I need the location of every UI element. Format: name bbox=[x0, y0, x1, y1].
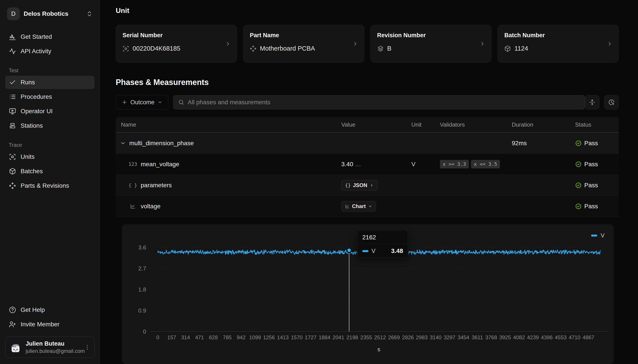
sidebar-item-parts-revisions[interactable]: Parts & Revisions bbox=[5, 179, 95, 192]
col-header-status: Status bbox=[575, 121, 619, 128]
sidebar-item-procedures[interactable]: Procedures bbox=[5, 90, 95, 103]
sidebar-item-invite-member[interactable]: Invite Member bbox=[5, 318, 95, 331]
svg-text:2.7: 2.7 bbox=[138, 266, 146, 272]
sidebar-section-test: Test bbox=[5, 68, 95, 74]
sidebar-item-label: Parts & Revisions bbox=[21, 182, 69, 189]
search-icon bbox=[178, 99, 184, 105]
tooltip-x-value: 2162 bbox=[357, 230, 408, 244]
svg-text:785: 785 bbox=[223, 334, 232, 340]
svg-text:314: 314 bbox=[181, 334, 190, 340]
svg-text:3611: 3611 bbox=[472, 334, 483, 340]
sidebar-item-stations[interactable]: Stations bbox=[5, 119, 95, 132]
status-label: Pass bbox=[584, 161, 598, 168]
chart-tooltip: 2162 V 3.48 bbox=[357, 230, 408, 258]
org-avatar: D bbox=[7, 8, 20, 20]
table-row-parameters[interactable]: { } parameters {} JSON bbox=[116, 175, 619, 196]
collapse-all-button[interactable] bbox=[585, 95, 599, 110]
part-name-card[interactable]: Part Name Motherboard PCBA bbox=[243, 25, 364, 63]
phases-section-title: Phases & Measurements bbox=[116, 78, 619, 87]
part-name-value: Motherboard PCBA bbox=[260, 45, 315, 52]
svg-text:0: 0 bbox=[156, 334, 159, 340]
sidebar-item-get-started[interactable]: Get Started bbox=[5, 30, 95, 43]
braces-icon: {} bbox=[345, 182, 351, 188]
card-label: Part Name bbox=[250, 32, 357, 39]
check-icon bbox=[9, 79, 16, 86]
page-title: Unit bbox=[116, 6, 619, 15]
user-menu[interactable]: Julien Buteau julien.buteau@gmail.com bbox=[5, 336, 95, 358]
numeric-icon: 123 bbox=[129, 162, 137, 167]
measurement-unit: V bbox=[411, 161, 440, 168]
sidebar-item-label: Invite Member bbox=[21, 321, 59, 328]
svg-text:4553: 4553 bbox=[555, 334, 566, 340]
svg-text:1884: 1884 bbox=[319, 334, 330, 340]
col-header-unit: Unit bbox=[411, 121, 440, 128]
svg-text:3297: 3297 bbox=[444, 334, 455, 340]
sidebar-item-label: API Activity bbox=[21, 48, 51, 55]
chart-pill-label: Chart bbox=[352, 203, 366, 210]
sidebar-item-label: Procedures bbox=[21, 93, 52, 100]
revision-number-card[interactable]: Revision Number B bbox=[370, 25, 492, 63]
svg-text:3925: 3925 bbox=[499, 334, 511, 340]
svg-text:1727: 1727 bbox=[305, 334, 316, 340]
svg-text:4396: 4396 bbox=[541, 334, 552, 340]
chevron-right-icon bbox=[369, 183, 374, 188]
chart-pill-button[interactable]: Chart bbox=[341, 201, 376, 212]
history-button[interactable] bbox=[604, 95, 619, 110]
sidebar-item-label: Stations bbox=[21, 122, 43, 129]
svg-text:s: s bbox=[377, 346, 380, 352]
chevron-right-icon bbox=[607, 41, 613, 47]
kebab-menu-icon[interactable] bbox=[84, 344, 90, 350]
json-pill-button[interactable]: {} JSON bbox=[341, 180, 378, 190]
sidebar-item-label: Runs bbox=[21, 79, 35, 86]
svg-text:471: 471 bbox=[195, 334, 204, 340]
search-bar[interactable] bbox=[173, 95, 585, 110]
voltage-chart-panel: 00.91.82.73.6015731447162878594210991256… bbox=[122, 224, 614, 364]
sidebar-item-api-activity[interactable]: API Activity bbox=[5, 45, 95, 58]
svg-text:1099: 1099 bbox=[249, 334, 261, 340]
batch-number-card[interactable]: Batch Number 1124 bbox=[497, 25, 619, 63]
table-row-voltage[interactable]: voltage Chart bbox=[116, 196, 619, 217]
sidebar-item-batches[interactable]: Batches bbox=[5, 165, 95, 178]
sidebar-item-units[interactable]: Units bbox=[5, 150, 95, 164]
sidebar-item-get-help[interactable]: Get Help bbox=[5, 303, 95, 316]
svg-text:628: 628 bbox=[209, 334, 218, 340]
phase-duration: 92ms bbox=[512, 140, 575, 147]
svg-text:2041: 2041 bbox=[332, 334, 344, 340]
validator-badge: x <= 3.5 bbox=[471, 160, 500, 168]
outcome-filter-button[interactable]: Outcome bbox=[116, 95, 168, 110]
user-avatar bbox=[10, 341, 22, 354]
pass-check-icon bbox=[575, 182, 582, 188]
table-row-phase[interactable]: multi_dimension_phase 92ms Pass bbox=[116, 133, 619, 154]
search-input[interactable] bbox=[188, 99, 580, 106]
chart-legend: V bbox=[591, 232, 604, 239]
sidebar-item-label: Units bbox=[21, 153, 35, 160]
sidebar-item-runs[interactable]: Runs bbox=[5, 76, 95, 89]
svg-text:2826: 2826 bbox=[402, 334, 414, 340]
main-content: Unit Serial Number 00220D4K68185 Part Na… bbox=[100, 0, 638, 364]
filter-row: Outcome bbox=[116, 95, 619, 110]
serial-number-card[interactable]: Serial Number 00220D4K68185 bbox=[116, 25, 237, 63]
fold-vertical-icon bbox=[589, 99, 595, 106]
sidebar-item-label: Get Started bbox=[21, 33, 52, 40]
sidebar: D Delos Robotics Get Started API Activit… bbox=[0, 0, 100, 364]
braces-icon: { } bbox=[129, 182, 137, 188]
svg-text:2983: 2983 bbox=[416, 334, 428, 340]
org-switcher[interactable]: D Delos Robotics bbox=[5, 6, 95, 22]
package-icon bbox=[504, 45, 511, 52]
sidebar-item-operator-ui[interactable]: Operator UI bbox=[5, 105, 95, 118]
svg-text:2198: 2198 bbox=[346, 334, 358, 340]
chevron-down-icon[interactable] bbox=[120, 140, 126, 146]
component-icon bbox=[9, 182, 16, 189]
pass-check-icon bbox=[575, 161, 582, 168]
activity-icon bbox=[9, 48, 16, 55]
status-label: Pass bbox=[584, 182, 598, 189]
sidebar-item-label: Get Help bbox=[21, 306, 45, 314]
card-label: Revision Number bbox=[377, 32, 485, 39]
sidebar-item-label: Operator UI bbox=[21, 108, 53, 115]
svg-text:942: 942 bbox=[237, 334, 245, 340]
table-header-row: Name Value Unit Validators Duration Stat… bbox=[116, 117, 619, 133]
table-row-mean-voltage[interactable]: 123 mean_voltage 3.40 … V x >= 3.3 x <= … bbox=[116, 154, 619, 175]
svg-text:4082: 4082 bbox=[513, 334, 525, 340]
card-label: Batch Number bbox=[504, 32, 612, 39]
org-name: Delos Robotics bbox=[24, 10, 82, 17]
